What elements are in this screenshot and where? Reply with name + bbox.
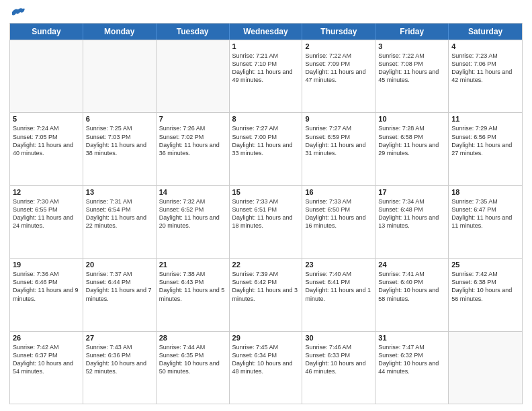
calendar-day-cell: 24Sunrise: 7:41 AM Sunset: 6:40 PM Dayli… (375, 259, 449, 330)
day-info: Sunrise: 7:33 AM Sunset: 6:51 PM Dayligh… (232, 197, 300, 230)
day-info: Sunrise: 7:25 AM Sunset: 7:03 PM Dayligh… (86, 124, 153, 157)
calendar-header-cell: Saturday (449, 24, 522, 40)
day-info: Sunrise: 7:34 AM Sunset: 6:48 PM Dayligh… (378, 197, 445, 230)
day-number: 9 (305, 115, 372, 123)
day-info: Sunrise: 7:30 AM Sunset: 6:55 PM Dayligh… (13, 197, 80, 230)
day-info: Sunrise: 7:46 AM Sunset: 6:33 PM Dayligh… (305, 343, 372, 376)
calendar-week-row: 19Sunrise: 7:36 AM Sunset: 6:46 PM Dayli… (10, 258, 522, 330)
day-number: 16 (305, 188, 372, 196)
day-info: Sunrise: 7:33 AM Sunset: 6:50 PM Dayligh… (305, 197, 372, 230)
day-info: Sunrise: 7:39 AM Sunset: 6:42 PM Dayligh… (232, 270, 300, 303)
day-number: 15 (232, 188, 300, 196)
calendar-week-row: 1Sunrise: 7:21 AM Sunset: 7:10 PM Daylig… (10, 40, 522, 112)
day-info: Sunrise: 7:32 AM Sunset: 6:52 PM Dayligh… (159, 197, 226, 230)
day-number: 25 (451, 261, 519, 269)
day-info: Sunrise: 7:37 AM Sunset: 6:44 PM Dayligh… (86, 270, 153, 303)
day-info: Sunrise: 7:38 AM Sunset: 6:43 PM Dayligh… (159, 270, 226, 303)
day-info: Sunrise: 7:35 AM Sunset: 6:47 PM Dayligh… (451, 197, 519, 230)
day-info: Sunrise: 7:27 AM Sunset: 6:59 PM Dayligh… (305, 124, 372, 157)
day-number: 29 (232, 334, 300, 342)
calendar-day-cell: 17Sunrise: 7:34 AM Sunset: 6:48 PM Dayli… (375, 186, 449, 258)
calendar-header-cell: Sunday (10, 24, 83, 40)
calendar-day-cell: 27Sunrise: 7:43 AM Sunset: 6:36 PM Dayli… (83, 332, 157, 404)
calendar-day-cell: 11Sunrise: 7:29 AM Sunset: 6:56 PM Dayli… (449, 113, 522, 185)
calendar: SundayMondayTuesdayWednesdayThursdayFrid… (9, 23, 523, 404)
header (9, 7, 523, 17)
page: SundayMondayTuesdayWednesdayThursdayFrid… (0, 0, 532, 411)
day-number: 1 (232, 42, 300, 50)
day-number: 11 (451, 115, 519, 123)
calendar-day-cell: 31Sunrise: 7:47 AM Sunset: 6:32 PM Dayli… (375, 332, 449, 404)
day-number: 27 (86, 334, 153, 342)
day-info: Sunrise: 7:44 AM Sunset: 6:35 PM Dayligh… (159, 343, 226, 376)
day-number: 13 (86, 188, 153, 196)
day-number: 6 (86, 115, 153, 123)
day-info: Sunrise: 7:28 AM Sunset: 6:58 PM Dayligh… (378, 124, 445, 157)
calendar-day-cell: 7Sunrise: 7:26 AM Sunset: 7:02 PM Daylig… (157, 113, 230, 185)
calendar-day-cell: 28Sunrise: 7:44 AM Sunset: 6:35 PM Dayli… (157, 332, 230, 404)
calendar-day-cell: 4Sunrise: 7:23 AM Sunset: 7:06 PM Daylig… (449, 40, 522, 112)
calendar-header-cell: Wednesday (230, 24, 303, 40)
day-info: Sunrise: 7:21 AM Sunset: 7:10 PM Dayligh… (232, 52, 300, 85)
calendar-day-cell: 14Sunrise: 7:32 AM Sunset: 6:52 PM Dayli… (157, 186, 230, 258)
day-info: Sunrise: 7:31 AM Sunset: 6:54 PM Dayligh… (86, 197, 153, 230)
day-info: Sunrise: 7:26 AM Sunset: 7:02 PM Dayligh… (159, 124, 226, 157)
day-number: 3 (378, 42, 445, 50)
calendar-day-cell: 2Sunrise: 7:22 AM Sunset: 7:09 PM Daylig… (302, 40, 375, 112)
calendar-day-cell (83, 40, 157, 112)
day-number: 14 (159, 188, 226, 196)
calendar-day-cell: 26Sunrise: 7:42 AM Sunset: 6:37 PM Dayli… (10, 332, 83, 404)
calendar-week-row: 12Sunrise: 7:30 AM Sunset: 6:55 PM Dayli… (10, 185, 522, 258)
calendar-header-cell: Tuesday (157, 24, 230, 40)
calendar-day-cell: 12Sunrise: 7:30 AM Sunset: 6:55 PM Dayli… (10, 186, 83, 258)
calendar-day-cell: 18Sunrise: 7:35 AM Sunset: 6:47 PM Dayli… (449, 186, 522, 258)
calendar-day-cell: 19Sunrise: 7:36 AM Sunset: 6:46 PM Dayli… (10, 259, 83, 330)
logo (9, 7, 26, 17)
calendar-day-cell: 22Sunrise: 7:39 AM Sunset: 6:42 PM Dayli… (230, 259, 303, 330)
day-number: 10 (378, 115, 445, 123)
day-number: 4 (451, 42, 519, 50)
day-info: Sunrise: 7:42 AM Sunset: 6:38 PM Dayligh… (451, 270, 519, 303)
day-info: Sunrise: 7:42 AM Sunset: 6:37 PM Dayligh… (13, 343, 80, 376)
calendar-day-cell: 10Sunrise: 7:28 AM Sunset: 6:58 PM Dayli… (375, 113, 449, 185)
calendar-day-cell: 15Sunrise: 7:33 AM Sunset: 6:51 PM Dayli… (230, 186, 303, 258)
day-number: 23 (305, 261, 372, 269)
calendar-day-cell (449, 332, 522, 404)
day-number: 7 (159, 115, 226, 123)
calendar-week-row: 26Sunrise: 7:42 AM Sunset: 6:37 PM Dayli… (10, 331, 522, 404)
day-info: Sunrise: 7:22 AM Sunset: 7:09 PM Dayligh… (305, 52, 372, 85)
calendar-day-cell: 9Sunrise: 7:27 AM Sunset: 6:59 PM Daylig… (302, 113, 375, 185)
calendar-day-cell (10, 40, 83, 112)
calendar-day-cell: 13Sunrise: 7:31 AM Sunset: 6:54 PM Dayli… (83, 186, 157, 258)
calendar-day-cell: 29Sunrise: 7:45 AM Sunset: 6:34 PM Dayli… (230, 332, 303, 404)
day-number: 26 (13, 334, 80, 342)
day-number: 24 (378, 261, 445, 269)
logo-bird-icon (11, 7, 26, 17)
calendar-day-cell: 21Sunrise: 7:38 AM Sunset: 6:43 PM Dayli… (157, 259, 230, 330)
day-info: Sunrise: 7:40 AM Sunset: 6:41 PM Dayligh… (305, 270, 372, 303)
day-info: Sunrise: 7:22 AM Sunset: 7:08 PM Dayligh… (378, 52, 445, 85)
day-info: Sunrise: 7:24 AM Sunset: 7:05 PM Dayligh… (13, 124, 80, 157)
day-number: 19 (13, 261, 80, 269)
day-number: 18 (451, 188, 519, 196)
calendar-day-cell (157, 40, 230, 112)
calendar-header-cell: Thursday (302, 24, 375, 40)
calendar-header-cell: Friday (375, 24, 449, 40)
day-number: 22 (232, 261, 300, 269)
day-info: Sunrise: 7:41 AM Sunset: 6:40 PM Dayligh… (378, 270, 445, 303)
calendar-day-cell: 20Sunrise: 7:37 AM Sunset: 6:44 PM Dayli… (83, 259, 157, 330)
day-info: Sunrise: 7:36 AM Sunset: 6:46 PM Dayligh… (13, 270, 80, 303)
day-info: Sunrise: 7:29 AM Sunset: 6:56 PM Dayligh… (451, 124, 519, 157)
calendar-day-cell: 6Sunrise: 7:25 AM Sunset: 7:03 PM Daylig… (83, 113, 157, 185)
day-number: 5 (13, 115, 80, 123)
day-number: 8 (232, 115, 300, 123)
day-info: Sunrise: 7:43 AM Sunset: 6:36 PM Dayligh… (86, 343, 153, 376)
calendar-day-cell: 5Sunrise: 7:24 AM Sunset: 7:05 PM Daylig… (10, 113, 83, 185)
calendar-week-row: 5Sunrise: 7:24 AM Sunset: 7:05 PM Daylig… (10, 112, 522, 185)
calendar-header-cell: Monday (83, 24, 157, 40)
calendar-day-cell: 3Sunrise: 7:22 AM Sunset: 7:08 PM Daylig… (375, 40, 449, 112)
day-info: Sunrise: 7:47 AM Sunset: 6:32 PM Dayligh… (378, 343, 445, 376)
day-number: 21 (159, 261, 226, 269)
calendar-header-row: SundayMondayTuesdayWednesdayThursdayFrid… (10, 24, 522, 40)
day-number: 30 (305, 334, 372, 342)
